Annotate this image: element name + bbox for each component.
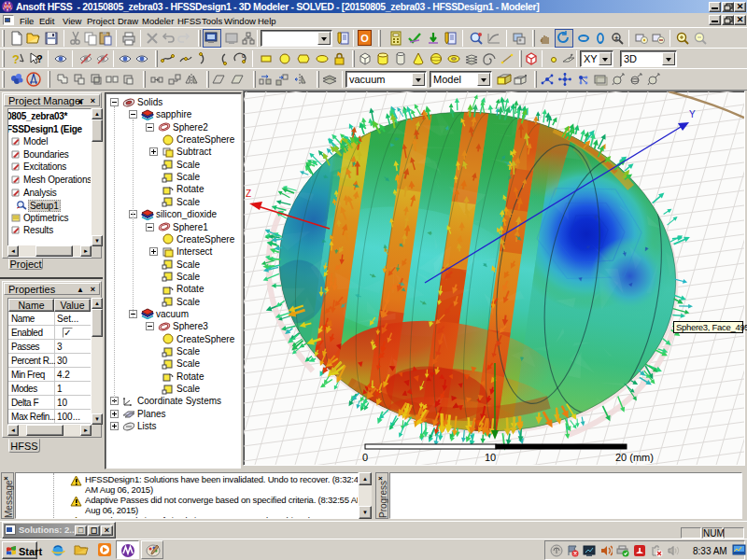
svg-text:Z: Z [246, 189, 251, 199]
svg-text:Y: Y [689, 109, 696, 119]
svg-text:20 (mm): 20 (mm) [615, 452, 654, 463]
svg-text:10: 10 [485, 452, 496, 463]
svg-text:0: 0 [362, 452, 368, 463]
svg-text:?: ? [36, 53, 43, 64]
svg-text:±: ± [614, 34, 619, 42]
svg-text:?: ? [12, 52, 20, 66]
